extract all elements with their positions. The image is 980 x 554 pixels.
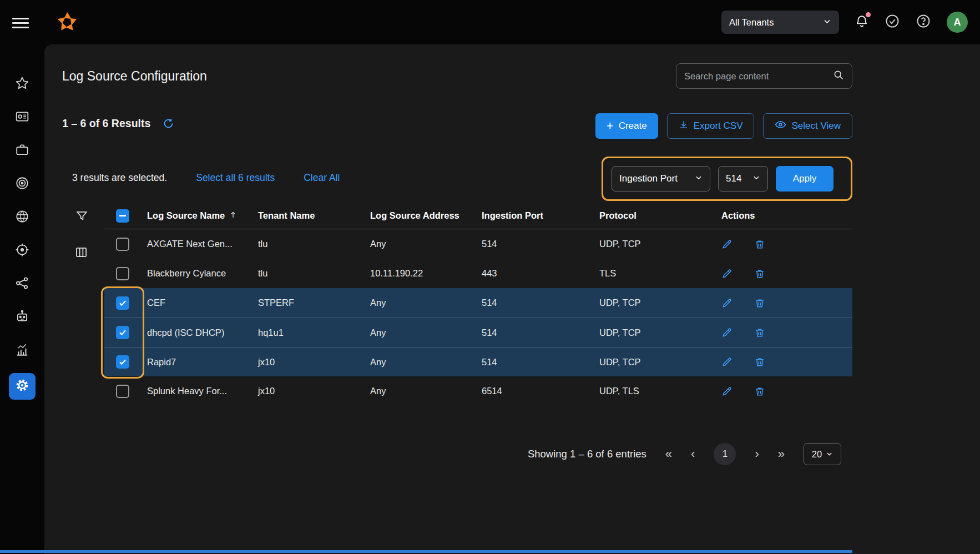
- tenant-selector[interactable]: All Tenants: [721, 11, 839, 34]
- sidebar-item-integrations[interactable]: [9, 273, 36, 295]
- tenant-selector-label: All Tenants: [729, 17, 774, 28]
- main-panel: Log Source Configuration 1 – 6 of 6 Resu…: [44, 44, 980, 554]
- edit-icon[interactable]: [721, 327, 733, 338]
- row-checkbox[interactable]: [116, 267, 129, 280]
- pagination-summary: Showing 1 – 6 of 6 entries: [528, 448, 646, 460]
- first-page-button[interactable]: «: [665, 448, 672, 460]
- columns-button[interactable]: [75, 246, 88, 261]
- sidebar-item-reports[interactable]: [9, 340, 36, 362]
- filter-button[interactable]: [75, 209, 88, 224]
- sidebar-item-automation[interactable]: [9, 306, 36, 329]
- delete-icon[interactable]: [754, 327, 765, 338]
- row-checkbox[interactable]: [116, 355, 129, 369]
- table-row[interactable]: Blackberry Cylance tlu 10.11.190.22 443 …: [104, 259, 852, 288]
- apply-button[interactable]: Apply: [776, 166, 833, 192]
- hamburger-menu-icon[interactable]: [12, 15, 29, 31]
- page-size-dropdown[interactable]: 20: [804, 443, 841, 465]
- sidebar: [0, 44, 44, 554]
- bulk-value-label: 514: [726, 173, 741, 184]
- eye-icon: [775, 119, 786, 133]
- notifications-button[interactable]: [855, 14, 869, 31]
- search-icon[interactable]: [833, 69, 844, 83]
- column-header-ingestion-port[interactable]: Ingestion Port: [482, 210, 599, 221]
- cell-log-source-address: Any: [370, 239, 482, 249]
- page-search: [676, 63, 852, 89]
- bulk-value-dropdown[interactable]: 514: [718, 166, 768, 192]
- edit-icon[interactable]: [721, 239, 733, 250]
- edit-icon[interactable]: [721, 386, 733, 397]
- sidebar-item-settings[interactable]: [9, 373, 36, 400]
- user-avatar[interactable]: A: [947, 12, 968, 33]
- export-csv-button[interactable]: Export CSV: [667, 113, 755, 139]
- globe-icon: [15, 209, 29, 226]
- tasks-button[interactable]: [885, 13, 900, 31]
- select-all-link[interactable]: Select all 6 results: [196, 172, 275, 184]
- edit-icon[interactable]: [721, 298, 733, 309]
- column-header-log-source-name[interactable]: Log Source Name: [147, 210, 258, 221]
- table-row[interactable]: CEF STPERF Any 514 UDP, TCP: [104, 288, 852, 318]
- export-csv-label: Export CSV: [694, 120, 743, 132]
- results-line: 1 – 6 of 6 Results: [62, 117, 174, 130]
- table-row[interactable]: dhcpd (ISC DHCP) hq1u1 Any 514 UDP, TCP: [104, 318, 852, 347]
- bulk-field-dropdown[interactable]: Ingestion Port: [612, 166, 710, 192]
- cell-protocol: UDP, TCP: [599, 357, 713, 367]
- sidebar-item-global[interactable]: [9, 207, 36, 229]
- page-size-label: 20: [812, 449, 822, 460]
- edit-icon[interactable]: [721, 356, 733, 367]
- help-button[interactable]: [916, 13, 931, 31]
- current-page-button[interactable]: 1: [714, 443, 736, 465]
- brand-logo: [54, 9, 80, 37]
- delete-icon[interactable]: [754, 298, 765, 309]
- sidebar-item-targets[interactable]: [9, 240, 36, 262]
- chart-icon: [15, 343, 29, 359]
- search-input[interactable]: [684, 71, 827, 82]
- row-checkbox[interactable]: [116, 326, 129, 339]
- plus-icon: +: [607, 120, 614, 132]
- cell-tenant-name: jx10: [258, 386, 370, 396]
- topbar-actions: All Tenants A: [721, 0, 968, 44]
- select-view-button[interactable]: Select View: [763, 113, 852, 139]
- sidebar-item-favorites[interactable]: [9, 73, 36, 95]
- next-page-button[interactable]: ›: [755, 448, 759, 460]
- delete-icon[interactable]: [754, 268, 765, 279]
- select-all-checkbox[interactable]: [116, 209, 129, 223]
- table-row[interactable]: AXGATE Next Gen... tlu Any 514 UDP, TCP: [104, 229, 852, 259]
- cell-log-source-name: Splunk Heavy For...: [147, 386, 258, 396]
- sidebar-item-portfolio[interactable]: [9, 140, 36, 162]
- column-header-log-source-address[interactable]: Log Source Address: [370, 210, 482, 221]
- cell-tenant-name: jx10: [258, 357, 370, 367]
- cell-ingestion-port: 514: [482, 239, 599, 249]
- chevron-down-icon: [823, 17, 831, 28]
- delete-icon[interactable]: [754, 386, 765, 397]
- cell-protocol: TLS: [599, 268, 713, 279]
- sidebar-item-credentials[interactable]: [9, 107, 36, 129]
- create-button[interactable]: + Create: [595, 113, 658, 139]
- edit-icon[interactable]: [721, 268, 733, 279]
- cell-ingestion-port: 443: [482, 268, 599, 279]
- refresh-button[interactable]: [163, 118, 174, 129]
- horizontal-scrollbar[interactable]: [0, 550, 852, 553]
- chevron-down-icon: [826, 449, 833, 460]
- delete-icon[interactable]: [754, 239, 765, 250]
- row-checkbox[interactable]: [116, 238, 129, 251]
- sidebar-item-detection[interactable]: [9, 173, 36, 195]
- page-title: Log Source Configuration: [62, 69, 207, 84]
- table-row[interactable]: Rapid7 jx10 Any 514 UDP, TCP: [104, 347, 852, 376]
- robot-icon: [15, 309, 29, 326]
- row-checkbox[interactable]: [116, 296, 129, 310]
- column-header-protocol[interactable]: Protocol: [599, 210, 713, 221]
- clear-all-link[interactable]: Clear All: [304, 172, 340, 184]
- column-header-tenant-name[interactable]: Tenant Name: [258, 210, 370, 221]
- filter-icon: [75, 214, 88, 224]
- cell-tenant-name: tlu: [258, 239, 370, 249]
- table-row[interactable]: Splunk Heavy For... jx10 Any 6514 UDP, T…: [104, 376, 852, 406]
- check-circle-icon: [885, 13, 900, 31]
- last-page-button[interactable]: »: [778, 448, 785, 460]
- cell-ingestion-port: 514: [482, 357, 599, 367]
- cell-log-source-address: Any: [370, 298, 482, 308]
- delete-icon[interactable]: [754, 356, 765, 367]
- cell-tenant-name: STPERF: [258, 298, 370, 308]
- app-window: All Tenants A: [0, 0, 980, 554]
- row-checkbox[interactable]: [116, 385, 129, 398]
- previous-page-button[interactable]: ‹: [691, 448, 695, 460]
